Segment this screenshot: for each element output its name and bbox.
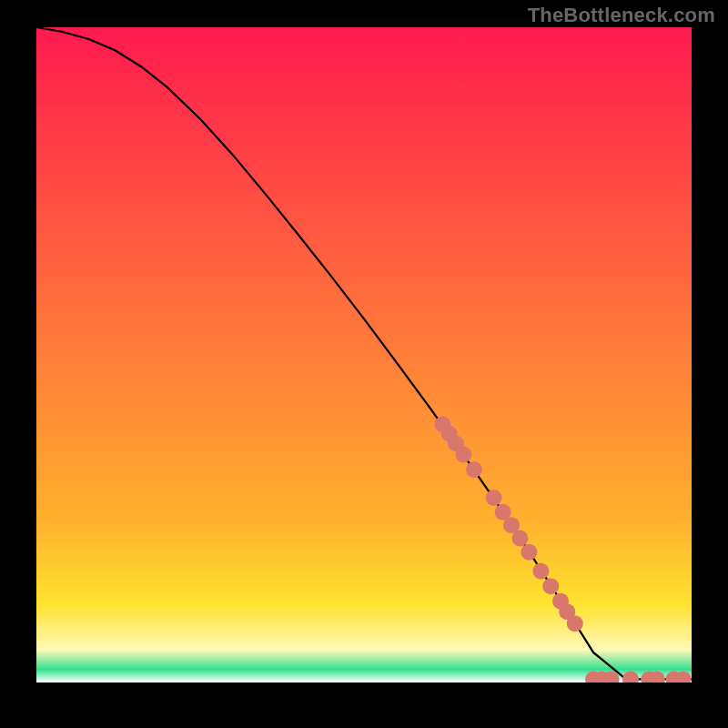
data-dot <box>532 563 549 580</box>
data-dot <box>511 531 528 547</box>
watermark-text: TheBottleneck.com <box>528 4 715 27</box>
data-dot <box>466 461 482 478</box>
plot-svg <box>36 27 692 682</box>
data-dot <box>455 446 471 462</box>
chart-frame: TheBottleneck.com <box>0 0 728 728</box>
data-dot <box>486 490 502 506</box>
data-dot <box>567 615 583 632</box>
plot-area <box>36 27 692 682</box>
gradient-background <box>36 27 692 682</box>
data-dot <box>521 544 537 561</box>
data-dot <box>542 578 559 594</box>
